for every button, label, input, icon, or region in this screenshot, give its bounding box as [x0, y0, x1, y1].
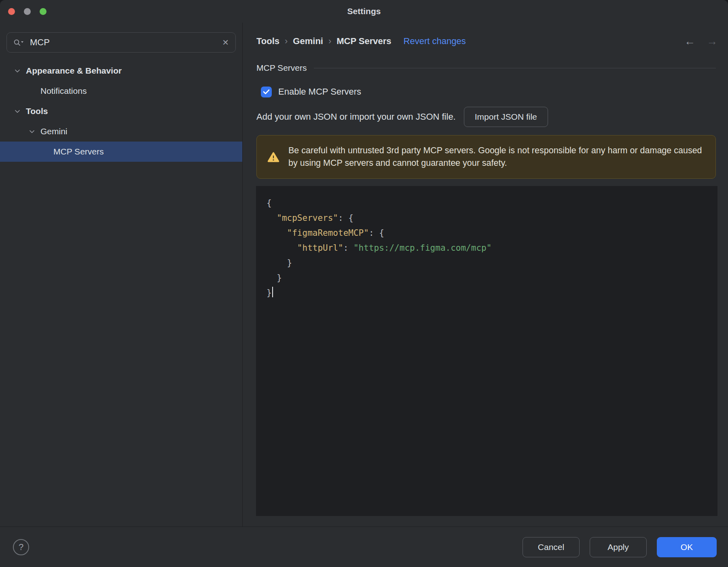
code-token [267, 213, 277, 223]
traffic-lights [8, 0, 47, 23]
breadcrumb-item-tools[interactable]: Tools [256, 36, 279, 47]
json-editor-code: { "mcpServers": { "figmaRemoteMCP": { "h… [256, 186, 717, 300]
history-nav: ← → [684, 36, 717, 47]
footer: ? Cancel Apply OK [0, 527, 728, 567]
sidebar-item-label: Tools [26, 106, 48, 116]
sidebar-item-label: Notifications [40, 86, 87, 96]
sidebar-item-label: MCP Servers [53, 147, 104, 157]
back-arrow-icon[interactable]: ← [684, 36, 695, 47]
footer-buttons: Cancel Apply OK [523, 537, 717, 557]
code-line: "mcpServers": { [267, 211, 717, 226]
window-title: Settings [347, 6, 381, 16]
sidebar-item-gemini[interactable]: Gemini [0, 121, 242, 142]
code-token: "mcpServers" [277, 213, 338, 223]
breadcrumb-separator: › [328, 36, 331, 47]
text-cursor [272, 287, 273, 297]
code-token: } [267, 288, 272, 298]
settings-window: Settings ✕ Appearance & Behavior [0, 0, 728, 567]
breadcrumb-item-mcp-servers: MCP Servers [336, 36, 391, 47]
code-token: : [343, 243, 353, 253]
sidebar-item-label: Gemini [40, 127, 68, 136]
breadcrumb-item-gemini[interactable]: Gemini [293, 36, 323, 47]
titlebar: Settings [0, 0, 728, 23]
minimize-button[interactable] [24, 8, 31, 15]
import-row: Add your own JSON or import your own JSO… [256, 107, 716, 127]
code-token: : { [338, 213, 353, 223]
code-line: } [267, 286, 717, 300]
apply-button[interactable]: Apply [590, 537, 647, 557]
enable-mcp-label: Enable MCP Servers [278, 87, 361, 97]
search-icon [13, 39, 25, 46]
zoom-button[interactable] [40, 8, 47, 15]
breadcrumb: Tools › Gemini › MCP Servers Revert chan… [243, 32, 728, 50]
code-line: } [267, 271, 717, 286]
section-divider [314, 68, 716, 68]
import-json-text: Add your own JSON or import your own JSO… [256, 112, 456, 122]
import-json-file-button[interactable]: Import JSON file [464, 107, 548, 127]
code-line: "figmaRemoteMCP": { [267, 226, 717, 241]
help-button[interactable]: ? [13, 539, 29, 555]
enable-mcp-checkbox[interactable] [261, 87, 272, 97]
chevron-down-icon[interactable] [29, 129, 35, 134]
sidebar-item-notifications[interactable]: Notifications [0, 81, 242, 101]
settings-tree: Appearance & Behavior Notifications Tool… [0, 61, 242, 162]
code-line: { [267, 196, 717, 211]
warning-banner: Be careful with untrusted 3rd party MCP … [256, 135, 716, 179]
cancel-button[interactable]: Cancel [523, 537, 580, 557]
code-token: "figmaRemoteMCP" [287, 228, 369, 238]
warning-icon [267, 152, 279, 163]
code-token: : { [369, 228, 384, 238]
code-token [267, 243, 297, 253]
json-editor[interactable]: { "mcpServers": { "figmaRemoteMCP": { "h… [256, 186, 717, 516]
code-line: } [267, 256, 717, 271]
settings-content: Tools › Gemini › MCP Servers Revert chan… [243, 23, 728, 527]
code-token: { [267, 198, 272, 208]
section-header: MCP Servers [256, 59, 716, 77]
forward-arrow-icon[interactable]: → [707, 36, 717, 47]
sidebar-item-mcp-servers[interactable]: MCP Servers [0, 142, 242, 162]
sidebar-item-label: Appearance & Behavior [26, 66, 122, 76]
sidebar: ✕ Appearance & Behavior Notifications To… [0, 23, 243, 527]
clear-search-icon[interactable]: ✕ [222, 38, 229, 47]
breadcrumb-separator: › [285, 36, 288, 47]
warning-text: Be careful with untrusted 3rd party MCP … [288, 144, 705, 169]
revert-changes-link[interactable]: Revert changes [404, 36, 466, 47]
sidebar-item-tools[interactable]: Tools [0, 101, 242, 121]
code-token: "https://mcp.figma.com/mcp" [353, 243, 491, 253]
code-token: } [267, 258, 292, 268]
section-title: MCP Servers [256, 63, 307, 73]
search-input[interactable] [30, 37, 217, 48]
chevron-down-icon[interactable] [15, 68, 20, 74]
sidebar-item-appearance-behavior[interactable]: Appearance & Behavior [0, 61, 242, 81]
code-token: } [267, 273, 282, 283]
enable-mcp-row[interactable]: Enable MCP Servers [256, 82, 728, 102]
code-line: "httpUrl": "https://mcp.figma.com/mcp" [267, 241, 717, 256]
code-token [267, 228, 287, 238]
close-button[interactable] [8, 8, 15, 15]
ok-button[interactable]: OK [657, 537, 717, 557]
code-token: "httpUrl" [297, 243, 343, 253]
settings-search-field[interactable]: ✕ [6, 32, 236, 53]
chevron-down-icon[interactable] [15, 108, 20, 114]
